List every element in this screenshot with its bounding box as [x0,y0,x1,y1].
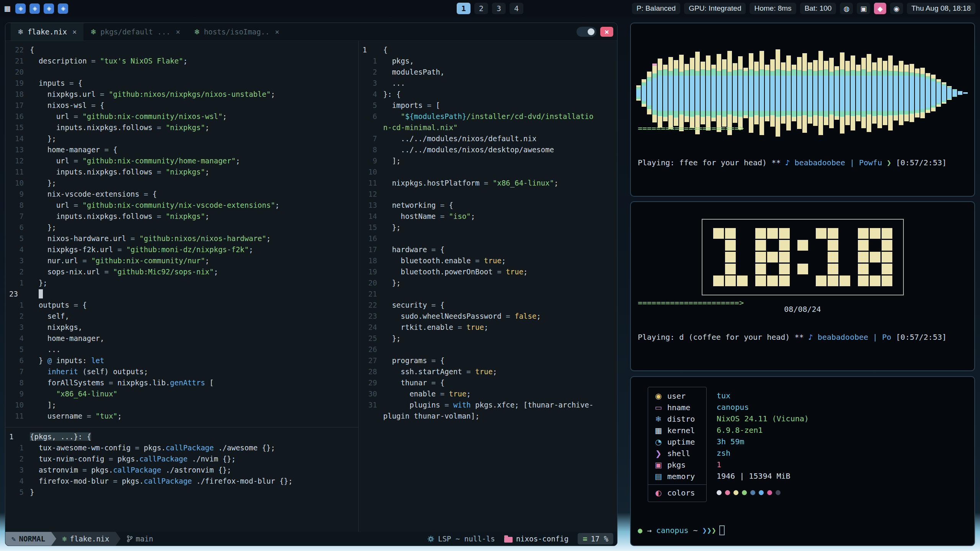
text-segment: = [109,378,118,387]
text-segment: forAllSystems [30,378,109,387]
line-number: 20 [5,67,30,78]
code-line: 3 nur.url = "github:nix-community/nur"; [5,255,358,266]
editor-tabs: ❄flake.nix×❄pkgs/default ...×❄hosts/isoI… [11,23,286,41]
tab-close-icon[interactable]: × [176,28,180,36]
tab-close-icon[interactable]: × [275,28,279,36]
workspace-tag-4[interactable]: 4 [510,3,523,14]
line-number: 5 [5,233,30,244]
screenshot-icon[interactable]: ◉ [890,3,903,14]
code-line: 14 hostName = "iso"; [359,211,617,222]
app-launcher-icon[interactable]: ◈ [29,3,40,14]
shell-prompt[interactable]: ● → canopus ~ ❯❯❯ [638,525,725,535]
tab-close-icon[interactable]: × [72,28,77,36]
spacer [717,482,809,487]
text-segment: = [87,412,96,420]
app-launcher-icon[interactable]: ◈ [15,3,26,14]
line-number: 17 [5,100,30,111]
line-number: 8 [359,144,383,155]
code-text: bluetooth.enable = true; [383,255,506,266]
text-segment: "x86_64-linux" [493,179,554,187]
text-segment: {pkgs, ...}: { [30,432,91,441]
text-segment: "github:nixos/nixos-hardware" [139,234,266,243]
text-segment: [ [436,101,440,109]
shield-icon[interactable]: ▣ [857,3,870,14]
palette-dot [759,490,764,495]
pane-iso[interactable]: 1{1 pkgs,2 modulesPath,3 ...4}: {5 impor… [359,41,617,533]
code-text: nixpkgs.url = "github:nixos/nixpkgs/nixo… [30,89,275,100]
window-toggle-button[interactable] [577,27,596,37]
text-segment: "tux's NixOS Flake" [100,57,183,65]
fetch-row-colors: ◐colors [648,487,706,499]
window-close-button[interactable]: × [600,27,613,37]
text-segment: imports [383,101,427,109]
editor-tab[interactable]: ❄pkgs/default ...× [83,23,187,41]
text-segment: modulesPath, [383,68,444,76]
palette-dot [750,490,755,495]
code-line: 18 bluetooth.enable = true; [359,255,617,266]
text-segment: = [431,245,440,254]
code-line: 12 url = "github:nix-community/home-mana… [5,155,358,166]
text-segment: = [497,267,506,276]
code-text: networking = { [383,200,453,211]
fetch-row: ▦kernel [648,425,706,436]
network-globe-icon[interactable]: ◍ [840,3,853,14]
code-text: plugins = with pkgs.xfce; [thunar-archiv… [383,399,593,411]
text-segment: pkgs. [118,455,139,463]
recorder-icon[interactable]: ◆ [874,3,886,14]
gear-icon [427,535,434,543]
line-number: 23 [359,311,383,322]
text-segment: true [484,256,501,265]
taskbar-apps: ◈◈◈◈ [15,3,68,14]
line-number: 18 [359,255,383,266]
text-segment: Playing: ffee for your head) ** [638,158,785,167]
now-playing: Playing: d (coffee for your head) ** ♪ b… [638,331,967,343]
text-segment: ~ [693,526,702,535]
text-segment: ../../modules/nixos/desktop/awesome [383,145,554,154]
fetch-row: ▤memory [648,471,706,482]
code-line: 16 url = "github:nix-community/nixos-wsl… [5,111,358,122]
text-segment: pkgs. [122,477,144,485]
code-line: 1 tux-awesome-wm-config = pkgs.callPacka… [5,442,358,453]
music-status: ======================> Playing: ffee fo… [638,99,967,191]
editor-tab[interactable]: ❄hosts/isoImag..× [187,23,286,41]
editor-tabbar: ❄flake.nix×❄pkgs/default ...×❄hosts/isoI… [5,23,617,41]
text-segment: nixpkgs-f2k.url [30,245,118,254]
code-text: nixos-wsl = { [30,100,105,111]
code-text: firefox-mod-blur = pkgs.callPackage ./fi… [30,476,292,487]
code-line: 30 enable = true; [359,388,617,399]
git-branch: main [121,535,160,543]
editor-tab[interactable]: ❄flake.nix× [11,23,83,41]
tab-label: hosts/isoImag.. [204,28,270,36]
text-segment: pkgs, [383,57,414,65]
code-line: 17 nixos-wsl = { [5,100,358,111]
app-glyph: ◈ [47,5,51,12]
distro-icon: ❄ [654,414,663,424]
code-line: 1{ [359,44,617,55]
text-segment: [0:57/2:53] [891,333,947,342]
fetch-labels-box: ◉user▭hname❄distro▦kernel◔uptime❯shell▣p… [648,387,707,502]
line-number: 15 [359,222,383,233]
pane-flake[interactable]: 22{21 description = "tux's NixOS Flake";… [5,41,358,427]
line-number: 13 [359,200,383,211]
pane-pkgs[interactable]: 1{pkgs, ...}: {1 tux-awesome-wm-config =… [5,427,358,533]
visualizer-bar [958,91,962,95]
menu-grid-icon[interactable]: ▦ [5,4,10,13]
workspace-tag-1[interactable]: 1 [457,3,470,14]
text-segment: thunar [383,378,431,387]
uptime-icon: ◔ [654,437,663,447]
app-launcher-icon[interactable]: ◈ [44,3,54,14]
code-text: }: { [383,89,401,100]
fetch-value: 6.9.8-zen1 [717,424,809,436]
text-segment: home-manager [30,145,104,154]
lsp-status: LSP ~ null-ls [427,535,495,543]
code-line: 4 firefox-mod-blur = pkgs.callPackage ./… [5,476,358,487]
app-launcher-icon[interactable]: ◈ [58,3,68,14]
line-number: 16 [5,111,30,122]
workspace-tag-2[interactable]: 2 [474,3,488,14]
text-segment: hardware [383,245,431,254]
shell-prompt-text: ● → canopus ~ ❯❯❯ [638,526,716,535]
text-segment: inputs.nixpkgs.follows [30,123,157,132]
text-segment: ; [523,267,528,276]
text-segment: ; [471,212,475,220]
workspace-tag-3[interactable]: 3 [492,3,506,14]
